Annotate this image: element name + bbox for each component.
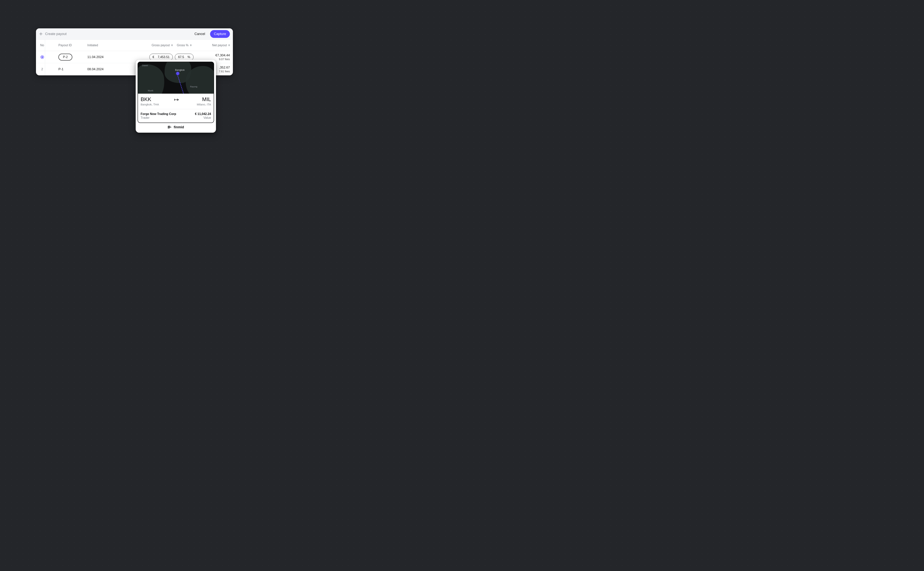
sort-icon (171, 44, 173, 46)
payout-id-input[interactable]: P-2 (59, 54, 72, 60)
col-gross-payout: Gross payout (152, 43, 170, 47)
row-select[interactable] (36, 51, 45, 63)
trade-value-caption: Value (195, 116, 211, 120)
radio-selected-icon (40, 56, 44, 59)
dest-code: MIL (202, 96, 211, 102)
trader-role: Trader (141, 116, 176, 120)
route-origin-dot-icon (176, 72, 179, 75)
initiated-date: 11.04.2024 (87, 55, 129, 59)
trade-card: Dawei Bangkok Rayong Myeik BKK (136, 60, 216, 133)
net-payout-fees: 9.07 fees (219, 58, 230, 61)
plus-icon (39, 32, 42, 35)
sort-icon (228, 44, 230, 46)
map-label-dawei: Dawei (142, 64, 148, 66)
initiated-date: 08.04.2024 (87, 67, 129, 71)
col-initiated: Initiated (87, 43, 98, 47)
create-payout-label: Create payout (45, 32, 66, 36)
capture-button[interactable]: Capture (210, 30, 230, 38)
origin-code: BKK (141, 96, 151, 102)
gross-pct-input[interactable]: 67.5 % (175, 54, 193, 60)
map-frame: Dawei Bangkok Rayong Myeik BKK (137, 62, 214, 123)
net-payout-amount: €7,304.44 (216, 54, 230, 57)
sort-icon (190, 44, 192, 46)
percent-symbol: % (188, 56, 190, 59)
brand-badge: finmid (137, 123, 214, 130)
row-number: 2 (36, 63, 45, 76)
cancel-button[interactable]: Cancel (192, 31, 208, 37)
net-payout-amount: ,352.67 (219, 66, 230, 69)
col-gross-pct-header[interactable]: Gross % (173, 43, 196, 47)
dest-city: Milano, ITA (197, 103, 211, 106)
route-arrow-icon (174, 96, 179, 102)
payout-id-text: P-1 (59, 67, 63, 71)
map-label-bangkok: Bangkok (175, 68, 185, 71)
col-net-payout: Net payout (212, 43, 227, 47)
col-net-payout-header[interactable]: Net payout (196, 43, 230, 47)
map-landmass (138, 62, 167, 94)
col-gross-payout-header[interactable]: Gross payout (129, 43, 173, 47)
net-payout-cell: €7,304.44 9.07 fees (196, 54, 230, 61)
map-view[interactable]: Dawei Bangkok Rayong Myeik (138, 62, 214, 94)
map-label-rayong: Rayong (190, 85, 197, 88)
table-header-row: No Payout ID Initiated Gross payout Gros… (36, 40, 233, 51)
trade-card-body: BKK MIL Bangkok, THA Milano, ITA (138, 94, 214, 123)
gross-pct-value: 67.5 (178, 56, 184, 59)
net-payout-fees: 7.61 fees (219, 70, 230, 73)
trader-name: Forge Now Trading Corp (141, 112, 176, 116)
brand-name: finmid (174, 125, 184, 129)
origin-city: Bangkok, THA (141, 103, 159, 106)
panel-toolbar: Create payout Cancel Capture (36, 28, 233, 40)
col-no: No (40, 43, 44, 47)
trade-value: € 11,042.24 (195, 112, 211, 116)
gross-payout-value: 7,453.51 (158, 56, 169, 59)
currency-symbol: € (152, 56, 154, 59)
map-label-myeik: Myeik (148, 90, 153, 92)
create-payout-button[interactable]: Create payout (39, 32, 66, 36)
finmid-logo-icon (168, 126, 172, 129)
gross-payout-input[interactable]: € 7,453.51 (149, 54, 173, 60)
col-gross-pct: Gross % (177, 43, 188, 47)
col-payout-id: Payout ID (59, 43, 72, 47)
